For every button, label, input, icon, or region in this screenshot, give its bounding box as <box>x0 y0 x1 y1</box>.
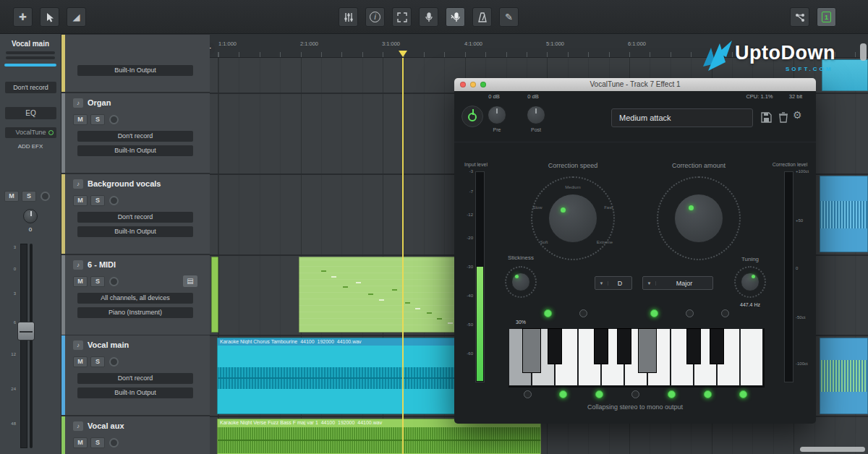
note-radio[interactable] <box>650 309 658 317</box>
tuning-knob[interactable] <box>741 273 760 291</box>
metronome-button[interactable] <box>472 7 492 27</box>
piano-black-key[interactable] <box>686 328 701 364</box>
piano-black-key[interactable] <box>617 328 631 364</box>
note-radio[interactable] <box>579 309 587 317</box>
piano-black-key[interactable] <box>548 328 562 364</box>
correction-speed-knob[interactable] <box>548 194 597 243</box>
note-radio[interactable] <box>595 390 603 398</box>
piano-black-key[interactable] <box>710 328 724 364</box>
record-mode-button[interactable]: Don't record <box>77 373 193 384</box>
fade-tool-button[interactable]: ◢ <box>67 7 86 27</box>
track-output-button[interactable]: Built-In Output <box>77 226 193 237</box>
solo-button[interactable]: S <box>90 437 105 448</box>
mute-button[interactable]: M <box>73 276 88 287</box>
note-radio[interactable] <box>631 390 639 398</box>
fader-scale-tick: 12 <box>6 352 16 356</box>
mute-button[interactable]: M <box>4 191 19 202</box>
clip-panel-button[interactable]: 1 <box>817 7 836 27</box>
solo-button[interactable]: S <box>90 356 105 367</box>
solo-button[interactable]: S <box>90 276 105 287</box>
correction-amount-knob[interactable] <box>674 194 723 243</box>
note-radio[interactable] <box>524 390 532 398</box>
note-radio[interactable] <box>721 309 729 317</box>
record-mode-button[interactable]: Don't record <box>5 82 56 93</box>
track-output-button[interactable]: Built-In Output <box>77 145 193 156</box>
plugin-power-button[interactable] <box>461 106 483 127</box>
vertical-scrollbar-thumb[interactable] <box>860 43 867 61</box>
audio-clip-vocal-main[interactable]: Karaoke Night Chorus Tambourine_44100_19… <box>217 338 463 414</box>
track-row-vocal-main[interactable]: ♪ Vocal main M S Don't record Built-In O… <box>61 335 210 415</box>
mixer-button[interactable] <box>339 7 358 27</box>
pre-gain-knob[interactable] <box>488 106 506 124</box>
record-arm-button[interactable] <box>109 277 119 286</box>
mute-button[interactable]: M <box>73 356 88 367</box>
track-row-midi[interactable]: ♪ 6 - MIDI M S ▤ All channels, all devic… <box>61 255 210 335</box>
audio-clip-vocal-aux[interactable]: Karaoke Night Verse Fuzz Bass F maj var … <box>217 419 541 454</box>
record-monitor-button[interactable] <box>446 7 465 27</box>
record-arm-button[interactable] <box>109 438 119 447</box>
horizontal-scrollbar-thumb[interactable] <box>800 447 865 452</box>
move-tool-button[interactable]: ✚ <box>13 7 33 27</box>
key-selector[interactable]: ▼ D <box>595 276 632 290</box>
save-preset-icon[interactable] <box>761 112 772 123</box>
midi-clip-fragment[interactable] <box>211 257 218 333</box>
playhead-line[interactable] <box>402 58 404 454</box>
track-output-button[interactable]: Built-In Output <box>77 65 193 76</box>
eq-button[interactable]: EQ <box>5 107 56 119</box>
solo-button[interactable]: S <box>22 191 36 202</box>
track-output-button[interactable]: Built-In Output <box>77 387 193 398</box>
record-arm-button[interactable] <box>41 192 50 201</box>
piano-black-key[interactable] <box>522 328 541 373</box>
piano-black-key[interactable] <box>638 328 657 373</box>
record-mode-button[interactable]: Don't record <box>77 131 193 142</box>
mute-button[interactable]: M <box>73 195 88 206</box>
piano-black-key[interactable] <box>594 328 608 364</box>
effect-slot-button[interactable]: VocalTune <box>5 127 56 138</box>
draw-tool-button[interactable]: ✎ <box>499 7 519 27</box>
track-row-background-vocals[interactable]: ♪ Background vocals M S Don't record Bui… <box>61 174 210 254</box>
audio-clip[interactable] <box>820 176 868 252</box>
pan-knob[interactable] <box>23 209 38 223</box>
midi-input-button[interactable]: All channels, all devices <box>77 293 193 304</box>
audio-clip[interactable] <box>820 338 868 414</box>
plugin-settings-gear-icon[interactable]: ⚙ <box>793 109 802 121</box>
note-radio[interactable] <box>668 390 676 398</box>
mute-button[interactable]: M <box>73 114 88 125</box>
stickiness-knob[interactable] <box>511 273 530 291</box>
record-arm-button[interactable] <box>109 357 119 367</box>
track-row-partial[interactable]: Built-In Output <box>61 35 210 92</box>
record-arm-button[interactable] <box>109 196 119 205</box>
piano-keyboard[interactable] <box>509 328 765 387</box>
fullscreen-button[interactable] <box>392 7 412 27</box>
note-radio[interactable] <box>686 309 694 317</box>
mic-input-button[interactable] <box>419 7 438 27</box>
routing-button[interactable] <box>790 7 809 27</box>
vocaltune-plugin-window[interactable]: VocalTune - Track 7 Effect 1 0 dB 0 dB C… <box>454 78 816 424</box>
playhead-marker[interactable] <box>399 51 407 57</box>
track-row-vocal-aux[interactable]: ♪ Vocal aux M S <box>61 416 210 454</box>
volume-fader-cap[interactable] <box>17 322 35 340</box>
post-gain-knob[interactable] <box>527 106 545 124</box>
delete-preset-icon[interactable] <box>778 112 788 123</box>
info-button[interactable]: i <box>365 7 385 27</box>
plugin-titlebar[interactable]: VocalTune - Track 7 Effect 1 <box>454 78 816 91</box>
note-radio[interactable] <box>704 390 712 398</box>
piano-roll-icon[interactable]: ▤ <box>183 275 197 287</box>
piano-white-key[interactable] <box>740 328 763 386</box>
mute-button[interactable]: M <box>73 437 88 448</box>
note-radio[interactable] <box>739 390 747 398</box>
midi-clip[interactable] <box>299 257 463 333</box>
add-efx-button[interactable]: ADD EFX <box>0 143 61 150</box>
record-mode-button[interactable]: Don't record <box>77 212 193 223</box>
preset-selector[interactable]: Medium attack <box>611 108 753 127</box>
note-radio[interactable] <box>559 390 567 398</box>
record-arm-button[interactable] <box>109 115 119 124</box>
solo-button[interactable]: S <box>90 114 105 125</box>
instrument-button[interactable]: Piano (Instrument) <box>77 307 193 318</box>
pan-slider[interactable] <box>4 64 56 67</box>
solo-button[interactable]: S <box>90 195 105 206</box>
note-radio[interactable] <box>544 309 552 317</box>
scale-selector[interactable]: ▼ Major <box>642 276 713 290</box>
track-row-organ[interactable]: ♪ Organ M S Don't record Built-In Output <box>61 93 210 173</box>
cursor-tool-button[interactable] <box>40 7 59 27</box>
